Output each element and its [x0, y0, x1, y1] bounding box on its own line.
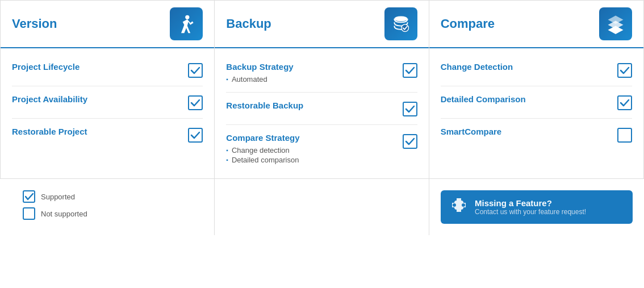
svg-point-0	[186, 15, 190, 19]
feature-name: Restorable Project	[12, 127, 87, 136]
table-row: Project Lifecycle	[12, 54, 203, 86]
feature-name: Backup Strategy	[226, 62, 293, 72]
table-row: Restorable Project	[12, 119, 203, 151]
table-row: Change Detection	[441, 54, 632, 86]
feature-name: Project Lifecycle	[12, 62, 80, 72]
list-item: Change detection	[226, 145, 393, 155]
missing-feature-text: Missing a Feature? Contact us with your …	[475, 198, 586, 216]
legend-area: Supported Not supported	[11, 179, 203, 226]
check-not-supported	[617, 128, 632, 143]
version-title: Version	[12, 16, 57, 31]
feature-label: Project Availability	[12, 94, 179, 105]
version-header: Version	[1, 1, 214, 48]
feature-name: Detailed Comparison	[441, 94, 526, 104]
check-supported	[403, 102, 417, 116]
person-icon	[176, 14, 196, 34]
backup-bottom	[215, 179, 429, 235]
check-supported	[617, 63, 632, 78]
backup-body: Backup Strategy Automated Restorable Bac…	[215, 48, 428, 178]
puzzle-icon	[450, 196, 468, 218]
version-icon-box	[170, 7, 203, 40]
check-supported	[403, 134, 417, 149]
legend-section: Supported Not supported	[0, 179, 215, 235]
feature-table: Version Project Lifecycle Proj	[0, 0, 644, 179]
list-item: Detailed comparison	[226, 155, 393, 165]
legend-check-not-supported	[23, 207, 35, 220]
compare-column: Compare Change Detection	[429, 1, 643, 178]
feature-name: Restorable Backup	[226, 101, 303, 110]
feature-name: Compare Strategy	[226, 133, 299, 143]
legend-supported: Supported	[23, 190, 191, 203]
legend-supported-label: Supported	[41, 193, 75, 201]
layers-icon	[605, 14, 626, 34]
svg-marker-5	[608, 26, 624, 34]
table-row: Compare Strategy Change detection Detail…	[226, 125, 417, 173]
check-supported	[188, 128, 203, 143]
version-body: Project Lifecycle Project Availability R…	[1, 48, 214, 156]
backup-icon-box	[384, 7, 417, 40]
compare-icon-box	[599, 7, 632, 40]
check-supported	[188, 63, 203, 78]
missing-feature-title: Missing a Feature?	[475, 198, 586, 208]
table-row: Detailed Comparison	[441, 86, 632, 119]
compare-title: Compare	[441, 16, 495, 31]
feature-name: Change Detection	[441, 62, 513, 72]
table-row: SmartCompare	[441, 119, 632, 151]
version-column: Version Project Lifecycle Proj	[1, 1, 215, 178]
table-row: Restorable Backup	[226, 93, 417, 125]
feature-label: Restorable Project	[12, 127, 179, 137]
compare-header: Compare	[429, 1, 643, 48]
missing-feature-subtitle: Contact us with your feature request!	[475, 208, 586, 216]
backup-header: Backup	[215, 1, 428, 48]
feature-label: Compare Strategy Change detection Detail…	[226, 133, 393, 165]
table-row: Project Availability	[12, 86, 203, 119]
svg-point-6	[453, 203, 456, 207]
backup-title: Backup	[226, 16, 271, 31]
legend-not-supported-label: Not supported	[41, 210, 87, 218]
feature-label: Project Lifecycle	[12, 62, 179, 72]
feature-label: Backup Strategy Automated	[226, 62, 393, 84]
missing-feature-banner[interactable]: Missing a Feature? Contact us with your …	[441, 190, 633, 224]
database-icon	[391, 14, 411, 34]
legend-not-supported: Not supported	[23, 207, 191, 220]
svg-point-7	[462, 203, 465, 207]
feature-sub-list: Change detection Detailed comparison	[226, 145, 393, 165]
check-supported	[188, 95, 203, 110]
feature-label: Change Detection	[441, 62, 608, 72]
compare-body: Change Detection Detailed Comparison Sma…	[429, 48, 643, 156]
check-supported	[403, 63, 417, 78]
feature-name: Project Availability	[12, 94, 87, 104]
feature-label: Detailed Comparison	[441, 94, 608, 105]
backup-column: Backup Backup Strategy Automated	[215, 1, 429, 178]
check-supported	[617, 95, 632, 110]
feature-name: SmartCompare	[441, 127, 502, 136]
feature-label: SmartCompare	[441, 127, 608, 137]
feature-label: Restorable Backup	[226, 101, 393, 111]
list-item: Automated	[226, 74, 393, 84]
feature-sub-list: Automated	[226, 74, 393, 84]
bottom-section: Supported Not supported Missing a Feat	[0, 179, 644, 235]
legend-check-supported	[23, 190, 35, 203]
svg-point-1	[394, 16, 407, 22]
table-row: Backup Strategy Automated	[226, 54, 417, 93]
compare-bottom: Missing a Feature? Contact us with your …	[429, 179, 644, 235]
